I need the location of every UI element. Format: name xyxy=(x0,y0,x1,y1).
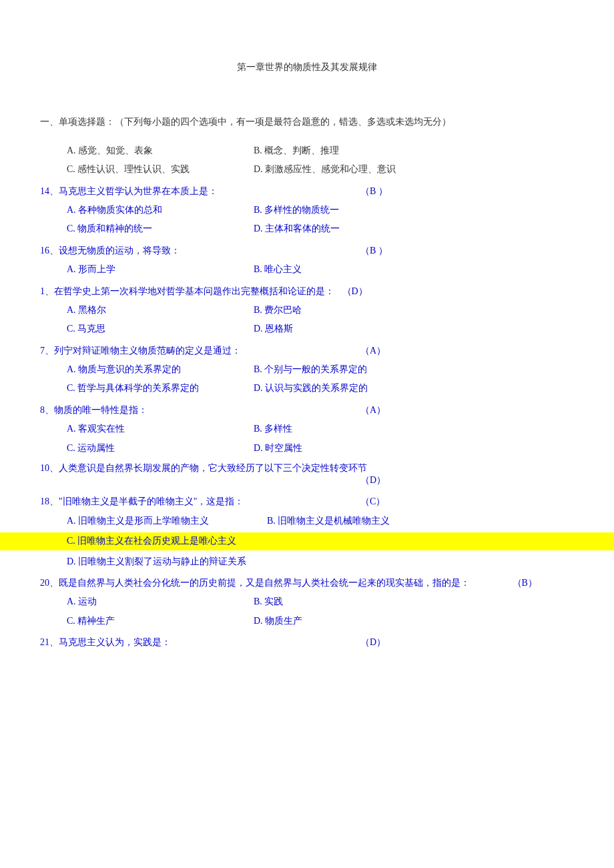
option-a: A. 物质与意识的关系界定的 xyxy=(67,362,254,377)
option-row: A. 各种物质实体的总和 B. 多样性的物质统一 xyxy=(40,203,574,218)
option-row: A. 感觉、知觉、表象 B. 概念、判断、推理 xyxy=(40,143,574,158)
section-heading: 一、单项选择题：（下列每小题的四个选项中，有一项是最符合题意的，错选、多选或未选… xyxy=(40,115,574,129)
option-row: C. 物质和精神的统一 D. 主体和客体的统一 xyxy=(40,222,574,236)
answer-mark: （C） xyxy=(360,494,385,509)
answer-mark: （A） xyxy=(360,403,386,418)
option-row: A. 旧唯物主义是形而上学唯物主义 B. 旧唯物主义是机械唯物主义 xyxy=(40,514,574,528)
question-text: 14、马克思主义哲学认为世界在本质上是： xyxy=(40,184,360,199)
option-d: D. 刺激感应性、感觉和心理、意识 xyxy=(254,162,574,177)
question-text: 8、物质的唯一特性是指： xyxy=(40,403,360,418)
option-d: D. 时空属性 xyxy=(254,441,574,456)
option-row: A. 物质与意识的关系界定的 B. 个别与一般的关系界定的 xyxy=(40,362,574,377)
option-d: D. 旧唯物主义割裂了运动与静止的辩证关系 xyxy=(67,554,246,569)
answer-mark: （D） xyxy=(360,635,386,650)
option-row: D. 旧唯物主义割裂了运动与静止的辩证关系 xyxy=(40,554,574,569)
question-20: 20、既是自然界与人类社会分化统一的历史前提，又是自然界与人类社会统一起来的现实… xyxy=(40,576,574,590)
option-a: A. 黑格尔 xyxy=(67,303,254,318)
answer-mark: （B） xyxy=(513,578,537,588)
option-row: C. 哲学与具体科学的关系界定的 D. 认识与实践的关系界定的 xyxy=(40,381,574,396)
option-b: B. 个别与一般的关系界定的 xyxy=(254,362,574,377)
option-b: B. 旧唯物主义是机械唯物主义 xyxy=(267,514,574,528)
option-a: A. 旧唯物主义是形而上学唯物主义 xyxy=(67,514,267,528)
option-b: B. 多样性 xyxy=(254,422,574,436)
option-c: C. 哲学与具体科学的关系界定的 xyxy=(67,381,254,396)
option-c: C. 精神生产 xyxy=(67,614,254,628)
option-c: C. 感性认识、理性认识、实践 xyxy=(67,162,254,177)
question-text: 16、设想无物质的运动，将导致： xyxy=(40,244,360,258)
option-d: D. 恩格斯 xyxy=(254,322,574,336)
option-row: C. 精神生产 D. 物质生产 xyxy=(40,614,574,628)
chapter-title: 第一章世界的物质性及其发展规律 xyxy=(40,60,574,75)
answer-mark: （A） xyxy=(360,344,386,358)
option-row: C. 感性认识、理性认识、实践 D. 刺激感应性、感觉和心理、意识 xyxy=(40,162,574,177)
option-row: C. 马克思 D. 恩格斯 xyxy=(40,322,574,336)
option-a: A. 各种物质实体的总和 xyxy=(67,203,254,218)
option-b: B. 实践 xyxy=(254,594,574,609)
option-row: A. 运动 B. 实践 xyxy=(40,594,574,609)
option-row: C. 运动属性 D. 时空属性 xyxy=(40,441,574,456)
answer-mark: （D） xyxy=(40,473,574,488)
option-d: D. 物质生产 xyxy=(254,614,574,628)
option-row: A. 客观实在性 B. 多样性 xyxy=(40,422,574,436)
cutoff-fragment: 10、人类意识是自然界长期发展的产物，它大致经历了以下三个决定性转变环节 xyxy=(40,461,574,473)
question-text: 20、既是自然界与人类社会分化统一的历史前提，又是自然界与人类社会统一起来的现实… xyxy=(40,578,470,588)
option-c: C. 马克思 xyxy=(67,322,254,336)
option-c-highlighted: C. 旧唯物主义在社会历史观上是唯心主义 xyxy=(0,532,614,550)
answer-mark: （D） xyxy=(342,286,368,296)
question-8: 8、物质的唯一特性是指： （A） xyxy=(40,403,574,418)
option-a: A. 形而上学 xyxy=(67,262,254,277)
question-text: 18、"旧唯物主义是半截子的唯物主义"，这是指： xyxy=(40,494,360,509)
question-1: 1、在哲学史上第一次科学地对哲学基本问题作出完整概括和论证的是： （D） xyxy=(40,284,574,299)
question-21: 21、马克思主义认为，实践是： （D） xyxy=(40,635,574,650)
option-a: A. 客观实在性 xyxy=(67,422,254,436)
option-d: D. 主体和客体的统一 xyxy=(254,222,574,236)
option-a: A. 感觉、知觉、表象 xyxy=(67,143,254,158)
option-b: B. 概念、判断、推理 xyxy=(254,143,574,158)
answer-mark: （B ） xyxy=(360,244,388,258)
option-c: C. 运动属性 xyxy=(67,441,254,456)
option-b: B. 多样性的物质统一 xyxy=(254,203,574,218)
option-b: B. 唯心主义 xyxy=(254,262,574,277)
option-d: D. 认识与实践的关系界定的 xyxy=(254,381,574,396)
question-text: 1、在哲学史上第一次科学地对哲学基本问题作出完整概括和论证的是： xyxy=(40,286,334,296)
question-text: 21、马克思主义认为，实践是： xyxy=(40,635,360,650)
option-b: B. 费尔巴哈 xyxy=(254,303,574,318)
question-18: 18、"旧唯物主义是半截子的唯物主义"，这是指： （C） xyxy=(40,494,574,509)
answer-mark: （B ） xyxy=(360,184,388,199)
question-7: 7、列宁对辩证唯物主义物质范畴的定义是通过： （A） xyxy=(40,344,574,358)
option-row: A. 形而上学 B. 唯心主义 xyxy=(40,262,574,277)
option-row: A. 黑格尔 B. 费尔巴哈 xyxy=(40,303,574,318)
option-c: C. 物质和精神的统一 xyxy=(67,222,254,236)
option-a: A. 运动 xyxy=(67,594,254,609)
question-14: 14、马克思主义哲学认为世界在本质上是： （B ） xyxy=(40,184,574,199)
question-text: 7、列宁对辩证唯物主义物质范畴的定义是通过： xyxy=(40,344,360,358)
question-16: 16、设想无物质的运动，将导致： （B ） xyxy=(40,244,574,258)
